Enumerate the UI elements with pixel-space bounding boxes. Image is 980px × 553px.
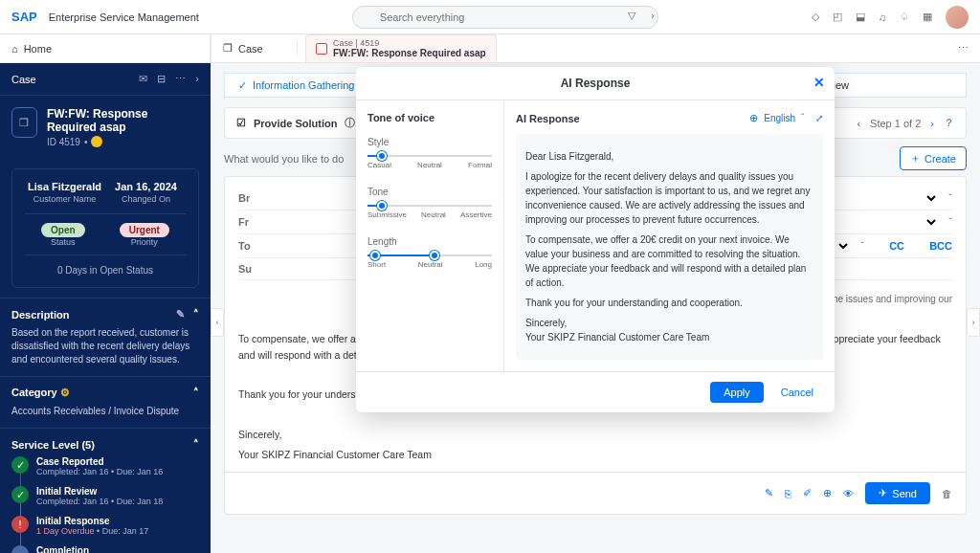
envelope-icon[interactable]: ✉ (139, 73, 147, 85)
priority-badge: Urgent (120, 223, 169, 237)
length-slider[interactable]: Length ShortNeutralLong (368, 236, 492, 269)
more-icon[interactable]: ⋯ (958, 42, 980, 55)
changed-value: Jan 16, 2024 (105, 181, 187, 192)
case-icon: ❐ (11, 107, 37, 138)
category-section[interactable]: Category ⚙˄ (11, 387, 199, 399)
filter-icon[interactable]: ▽ (628, 10, 635, 22)
ai-heading: AI Response (516, 113, 580, 124)
case-heading: Case (11, 74, 36, 85)
edit-icon: ✎ (176, 308, 185, 320)
chevron-right-icon[interactable]: › (195, 73, 199, 85)
sap-logo: SAP (11, 10, 37, 24)
cancel-button[interactable]: Cancel (773, 382, 821, 403)
inbox-icon[interactable]: ◰ (833, 11, 842, 23)
app-title: Enterprise Service Management (49, 11, 199, 23)
search-input[interactable] (352, 6, 658, 29)
description-section[interactable]: Description✎ ˄ (11, 308, 199, 321)
service-level-section[interactable]: Service Level (5)˄ (11, 438, 199, 451)
sl-item: Completion (11, 545, 199, 553)
ai-response-modal: AI Response ✕ Tone of voice Style Casual… (356, 67, 835, 412)
changed-label: Changed On (105, 194, 187, 204)
apply-button[interactable]: Apply (710, 382, 764, 403)
notification-icon[interactable]: ♤ (900, 11, 909, 23)
sl-item: ✓ Initial ReviewCompleted: Jan 16 • Due:… (11, 486, 199, 506)
status-badge: Open (41, 223, 85, 237)
style-slider[interactable]: Style CasualNeutralFormal (368, 137, 492, 169)
tone-heading: Tone of voice (368, 112, 492, 123)
tone-slider[interactable]: Tone SubmissiveNeutralAssertive (368, 187, 492, 219)
days-open: 0 Days in Open Status (24, 254, 187, 276)
case-title: FW:FW: Response Required asap (47, 107, 199, 134)
language-select[interactable]: ⊕English ˇ ⤢ (749, 112, 823, 124)
hint-icon[interactable]: ◇ (812, 11, 819, 23)
apps-icon[interactable]: ▦ (923, 11, 932, 23)
sl-item: ✓ Case ReportedCompleted: Jan 16 • Due: … (11, 456, 199, 476)
bulb-icon: ⚙ (60, 387, 70, 398)
ai-response-body: Dear Lisa Fitzgerald, I apologize for th… (516, 134, 823, 360)
flow-icon[interactable]: ⊟ (157, 73, 166, 85)
headset-icon[interactable]: ♫ (879, 11, 886, 23)
download-icon[interactable]: ⬓ (856, 11, 865, 23)
customer-value: Lisa Fitzgerald (24, 181, 105, 192)
sentiment-icon (91, 136, 102, 147)
customer-label: Customer Name (24, 194, 105, 204)
tab-case-active[interactable]: Case | 4519 FW:FW: Response Required asa… (305, 34, 497, 63)
tab-home[interactable]: ⌂ Home (0, 34, 211, 63)
sl-item: ! Initial Response1 Day Overdue • Due: J… (11, 516, 199, 536)
search-submit-icon[interactable]: › (651, 10, 655, 21)
dots-icon[interactable]: ⋯ (175, 73, 186, 85)
expand-icon: ⤢ (815, 113, 823, 123)
globe-icon: ⊕ (749, 112, 758, 124)
close-icon[interactable]: ✕ (813, 75, 825, 90)
modal-title: AI Response (561, 77, 631, 90)
tab-case-nav[interactable]: ❐ Case (212, 42, 298, 55)
avatar[interactable] (946, 6, 969, 29)
